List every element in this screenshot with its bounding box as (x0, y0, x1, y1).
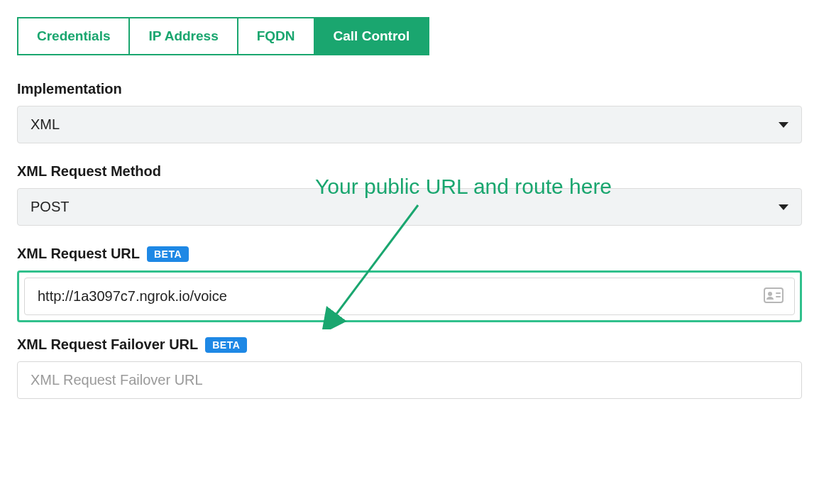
tab-bar: Credentials IP Address FQDN Call Control (17, 17, 802, 55)
request-url-label: XML Request URL (17, 246, 140, 262)
tab-ip-address[interactable]: IP Address (130, 17, 238, 55)
tab-fqdn[interactable]: FQDN (238, 17, 315, 55)
method-value: POST (31, 199, 69, 215)
implementation-value: XML (31, 116, 60, 133)
beta-badge: BETA (205, 337, 247, 353)
tab-credentials[interactable]: Credentials (17, 17, 130, 55)
beta-badge: BETA (147, 246, 189, 262)
implementation-label: Implementation (17, 81, 802, 97)
request-url-highlight (17, 270, 802, 322)
form-area: Implementation XML XML Request Method PO… (17, 81, 802, 399)
request-url-label-row: XML Request URL BETA (17, 246, 802, 262)
chevron-down-icon (779, 204, 788, 210)
request-url-input[interactable] (24, 278, 795, 315)
chevron-down-icon (779, 122, 788, 128)
failover-url-label-row: XML Request Failover URL BETA (17, 336, 802, 353)
failover-url-input[interactable] (17, 361, 802, 399)
annotation-text: Your public URL and route here (315, 175, 612, 199)
implementation-select[interactable]: XML (17, 106, 802, 143)
failover-url-label: XML Request Failover URL (17, 336, 198, 353)
tab-call-control[interactable]: Call Control (315, 17, 430, 55)
